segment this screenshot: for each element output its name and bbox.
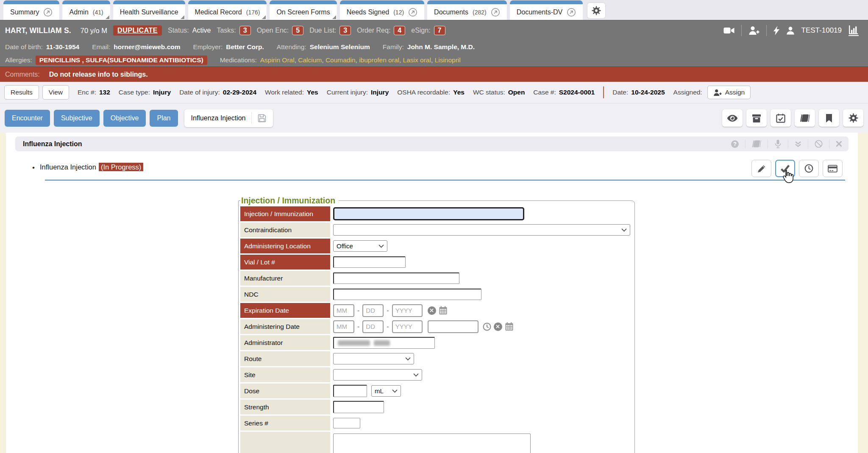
archive-button[interactable] [746, 109, 767, 127]
settings-button[interactable] [843, 109, 863, 127]
gears-icon [849, 113, 858, 123]
administering-time-input[interactable] [428, 320, 479, 333]
user-icon[interactable] [786, 26, 795, 35]
vial-lot-input[interactable] [333, 256, 406, 268]
expiration-month-input[interactable] [333, 304, 354, 317]
objective-nav-button[interactable]: Objective [103, 110, 146, 127]
tab-on-screen-forms[interactable]: On Screen Forms [270, 0, 337, 20]
case-number-value: S2024-0001 [559, 89, 595, 96]
help-button[interactable]: ? [725, 139, 745, 149]
bookmark-button[interactable] [819, 109, 839, 127]
add-user-icon [713, 89, 722, 96]
field-label-vial-lot: Vial / Lot # [240, 255, 330, 270]
tab-medical-record[interactable]: Medical Record(176) [188, 0, 267, 20]
video-call-icon[interactable] [723, 27, 734, 34]
note-item-row: • Influenza Injection(In Progress) [32, 160, 843, 177]
dose-unit-select[interactable]: mL [371, 385, 401, 397]
site-select[interactable] [333, 369, 422, 381]
flowsheet-chart-icon[interactable] [849, 25, 859, 36]
calendar-icon[interactable] [439, 306, 448, 315]
administering-month-input[interactable] [333, 320, 354, 333]
tab-fold-corner [332, 15, 336, 19]
assign-button[interactable]: Assign [707, 86, 751, 99]
collapse-button[interactable] [788, 139, 808, 149]
note-title[interactable]: Influenza Injection(In Progress) [40, 163, 143, 171]
route-select[interactable] [333, 353, 414, 364]
plan-nav-button[interactable]: Plan [150, 110, 178, 127]
medication-item[interactable]: Aspirin Oral [260, 56, 295, 64]
tab-needs-signed[interactable]: Needs Signed(12) [340, 0, 424, 20]
reference-button[interactable] [745, 139, 768, 149]
medication-item[interactable]: Lisinopril [435, 56, 461, 64]
chart-book-button[interactable] [795, 109, 815, 127]
clear-date-icon[interactable] [494, 322, 502, 331]
chevron-down-icon [405, 357, 411, 361]
subjective-nav-button[interactable]: Subjective [54, 110, 100, 127]
series-input[interactable] [333, 418, 360, 428]
archive-box-icon [752, 114, 761, 122]
allergies-label: Allergies: [5, 56, 32, 64]
form-row: Administering Date - - [240, 319, 632, 334]
view-button[interactable]: View [42, 85, 69, 100]
medication-item[interactable]: Coumadin [326, 56, 356, 64]
clear-date-icon[interactable] [428, 306, 436, 315]
encounter-nav-button[interactable]: Encounter [5, 110, 50, 127]
history-button[interactable] [799, 160, 819, 177]
tab-documents[interactable]: Documents(282) [427, 0, 507, 20]
tab-documents-dv[interactable]: Documents-DV [510, 0, 583, 20]
strength-input[interactable] [333, 401, 384, 413]
manufacturer-input[interactable] [333, 272, 459, 284]
injection-immunization-input[interactable] [333, 207, 524, 220]
form-row: Route [240, 351, 632, 366]
sign-note-button[interactable] [775, 160, 795, 177]
attending-value: Selenium Selenium [310, 43, 370, 51]
results-button[interactable]: Results [4, 85, 39, 100]
redacted-text [338, 340, 370, 346]
document-panel: Influenza Injection ? • Influenza Inject… [6, 133, 858, 453]
billing-button[interactable] [823, 160, 843, 177]
reaction-comments-textarea[interactable] [333, 434, 531, 453]
eye-icon [727, 114, 738, 122]
edit-note-button[interactable] [751, 160, 771, 177]
duplicate-badge[interactable]: DUPLICATE [113, 25, 162, 36]
esign-count-badge[interactable]: 7 [434, 26, 445, 35]
calendar-icon[interactable] [505, 322, 514, 331]
credit-card-icon [828, 165, 837, 172]
save-icon[interactable] [258, 114, 266, 122]
bolt-icon[interactable] [773, 26, 779, 35]
preview-button[interactable] [722, 109, 743, 127]
expiration-day-input[interactable] [362, 304, 384, 317]
allergy-badge[interactable]: PENICILLINS , SULFA(SULFONAMIDE ANTIBIOT… [36, 56, 207, 65]
tab-admin[interactable]: Admin(41) [62, 0, 110, 20]
close-button[interactable] [829, 139, 849, 149]
administering-year-input[interactable] [392, 320, 423, 333]
tasks-count-badge[interactable]: 3 [239, 26, 251, 35]
field-label-administering-date: Administering Date [240, 319, 330, 334]
open-enc-count-badge[interactable]: 5 [292, 26, 303, 35]
time-now-icon[interactable] [483, 322, 491, 331]
medication-item[interactable]: Calcium [298, 56, 322, 64]
case-type-label: Case type: [119, 89, 150, 96]
order-req-count-badge[interactable]: 4 [394, 26, 405, 35]
medication-item[interactable]: Lasix oral [403, 56, 431, 64]
administering-day-input[interactable] [362, 320, 384, 333]
tab-settings-button[interactable] [587, 3, 605, 18]
medication-item[interactable]: ibuprofen oral [359, 56, 399, 64]
form-row: Expiration Date - - [240, 303, 632, 318]
dose-input[interactable] [333, 385, 367, 397]
user-id[interactable]: TEST-10019 [801, 26, 842, 35]
contraindication-select[interactable] [333, 224, 630, 236]
disable-button[interactable] [808, 139, 829, 149]
ndc-input[interactable] [333, 289, 481, 300]
add-user-icon[interactable] [748, 26, 760, 35]
due-list-count-badge[interactable]: 3 [339, 26, 351, 35]
tab-health-surveillance[interactable]: Health Surveillance [113, 0, 185, 20]
schedule-button[interactable] [771, 109, 791, 127]
dictate-button[interactable] [768, 139, 788, 149]
active-form-tab[interactable]: Influenza Injection [184, 109, 273, 127]
status-badge: (In Progress) [99, 163, 143, 171]
tab-summary[interactable]: Summary [3, 0, 59, 20]
administering-location-select[interactable]: Office [333, 240, 387, 252]
expiration-year-input[interactable] [392, 304, 423, 317]
administrator-input[interactable] [333, 337, 435, 349]
